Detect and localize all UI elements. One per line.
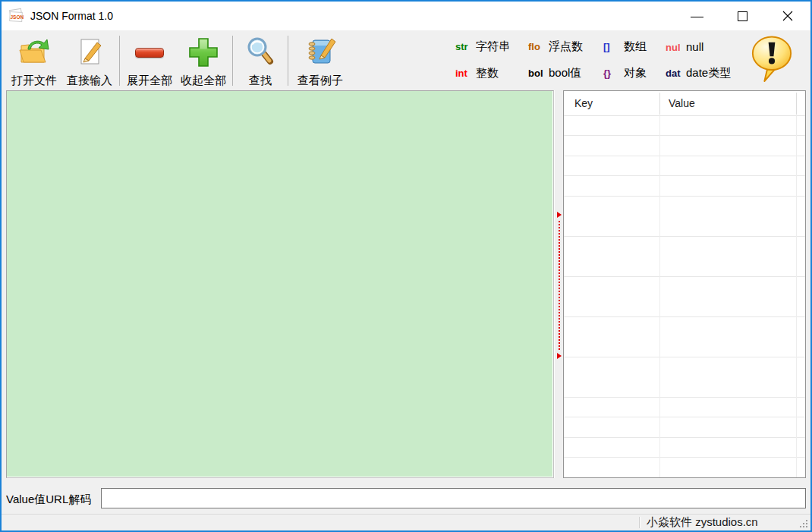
- legend-tag: flo: [528, 41, 549, 52]
- toolbar-separator: [119, 36, 120, 86]
- legend-label: date类型: [686, 66, 731, 79]
- splitter-arrow-icon: [557, 353, 562, 359]
- find-button[interactable]: 查找: [235, 33, 285, 89]
- legend-tag: str: [455, 41, 476, 52]
- legend-item-null: nulnull: [666, 40, 731, 53]
- legend-item-bool: bolbool值: [528, 66, 603, 80]
- table-body[interactable]: [564, 116, 805, 477]
- legend-label: 整数: [476, 66, 499, 79]
- column-resize-handle[interactable]: [659, 93, 660, 115]
- legend-item-float: flo浮点数: [528, 39, 603, 54]
- legend-item-string: str字符串: [455, 39, 528, 54]
- toolbar-separator: [288, 36, 288, 86]
- maximize-button[interactable]: [719, 2, 765, 30]
- legend-label: bool值: [549, 66, 581, 79]
- splitter-arrow-icon: [557, 212, 562, 218]
- minimize-button[interactable]: [674, 2, 719, 30]
- type-legend: str字符串 flo浮点数 []数组 nulnull int整数 bolbool…: [455, 33, 731, 87]
- legend-item-date: datdate类型: [666, 66, 731, 80]
- column-divider: [796, 116, 797, 477]
- json-tree-panel[interactable]: [6, 90, 554, 478]
- statusbar-separator: [639, 517, 640, 528]
- open-file-label: 打开文件: [11, 74, 57, 87]
- collapse-all-label: 收起全部: [181, 74, 226, 87]
- legend-tag: int: [455, 68, 476, 79]
- expand-all-icon: [135, 35, 164, 70]
- search-icon: [244, 35, 276, 70]
- title-bar: JSON JSON Format 1.0: [2, 2, 810, 30]
- maximize-icon: [738, 11, 747, 21]
- direct-input-label: 直接输入: [67, 74, 112, 87]
- app-window: JSON JSON Format 1.0: [0, 0, 812, 532]
- close-icon: [782, 10, 794, 22]
- statusbar-text: 小焱软件 zystudios.cn: [647, 515, 758, 530]
- direct-input-button[interactable]: 直接输入: [62, 33, 117, 89]
- window-controls: [674, 2, 810, 30]
- direct-input-icon: [74, 35, 105, 70]
- open-file-button[interactable]: 打开文件: [6, 33, 62, 89]
- column-divider: [659, 116, 660, 477]
- exclamation-bubble-icon: [750, 35, 794, 83]
- view-example-label: 查看例子: [297, 74, 343, 87]
- status-bar: 小焱软件 zystudios.cn: [2, 514, 810, 530]
- close-button[interactable]: [765, 2, 810, 30]
- column-header-key[interactable]: Key: [574, 91, 593, 116]
- legend-tag: dat: [666, 68, 686, 79]
- column-header-value[interactable]: Value: [669, 91, 695, 116]
- view-example-button[interactable]: 查看例子: [291, 33, 350, 89]
- collapse-all-icon: [187, 35, 220, 70]
- splitter-dotted-line: [559, 221, 560, 351]
- app-icon: JSON: [8, 8, 24, 24]
- about-button[interactable]: [750, 35, 794, 87]
- column-resize-handle[interactable]: [796, 93, 797, 115]
- app-icon-text: JSON: [11, 14, 24, 20]
- legend-label: 对象: [624, 66, 647, 79]
- url-decode-label: Value值URL解码: [6, 493, 91, 507]
- collapse-all-button[interactable]: 收起全部: [177, 33, 230, 89]
- legend-tag: bol: [528, 68, 549, 79]
- expand-all-label: 展开全部: [127, 74, 172, 87]
- view-example-icon: [303, 35, 338, 70]
- minimize-icon: [691, 17, 703, 17]
- find-label: 查找: [249, 74, 272, 87]
- expand-all-button[interactable]: 展开全部: [122, 33, 177, 89]
- key-value-table[interactable]: Key Value: [563, 90, 806, 478]
- legend-tag: nul: [666, 42, 686, 53]
- legend-item-object: {}对象: [603, 66, 666, 80]
- legend-item-array: []数组: [603, 39, 666, 54]
- legend-label: 数组: [624, 39, 647, 52]
- window-title: JSON Format 1.0: [30, 10, 113, 22]
- url-decode-input[interactable]: [101, 488, 806, 508]
- open-file-icon: [17, 35, 52, 70]
- legend-item-int: int整数: [455, 66, 528, 80]
- legend-label: null: [686, 40, 703, 53]
- legend-tag: []: [603, 41, 624, 52]
- legend-label: 浮点数: [549, 39, 583, 52]
- toolbar-separator: [232, 36, 233, 86]
- legend-tag: {}: [603, 68, 624, 79]
- table-header: Key Value: [564, 91, 805, 116]
- resize-grip-icon[interactable]: [798, 518, 808, 528]
- legend-label: 字符串: [476, 39, 510, 52]
